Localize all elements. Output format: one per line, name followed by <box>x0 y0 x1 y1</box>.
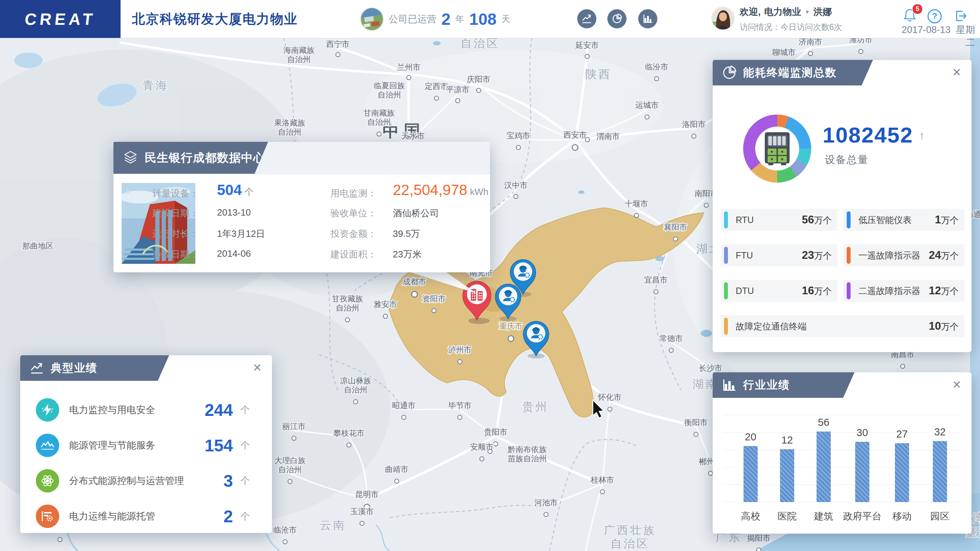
typical-performance-panel: 典型业绩 × 电力监控与用电安全 244 个 能源管理与节能服务 154 个 分… <box>20 355 272 533</box>
close-icon[interactable]: × <box>125 185 132 199</box>
logout-button[interactable] <box>954 9 967 24</box>
creat-logo[interactable]: CREAT <box>0 0 121 38</box>
city-dot <box>692 134 696 138</box>
typical-row[interactable]: 电力监控与用电安全 244 个 <box>20 392 272 428</box>
bar[interactable] <box>780 449 794 502</box>
city-label: 衡阳市 <box>684 418 708 427</box>
field-label: 用电监测： <box>331 187 377 200</box>
city-label: 渭南市 <box>597 132 620 141</box>
legend-row[interactable]: 一遥故障指示器 24万个 <box>843 244 964 266</box>
welcome-text: 欢迎, <box>740 6 760 18</box>
city-dot <box>432 309 436 313</box>
operating-days-unit: 天 <box>501 13 510 25</box>
province-label: 青海 <box>143 79 169 92</box>
page-title: 北京科锐研发大厦电力物业 <box>132 0 298 38</box>
field-value: 22,504,978 kWh <box>393 182 488 199</box>
city-label: 河池市 <box>534 498 558 507</box>
bar[interactable] <box>855 442 869 502</box>
city-label: 长沙市 <box>699 364 722 373</box>
energy-panel-title: 能耗终端监测总数 <box>743 65 837 80</box>
battery-cabinet-icon <box>764 132 791 166</box>
city-dot <box>288 479 292 484</box>
legend-label: 二遥故障指示器 <box>858 285 920 297</box>
bar-category-label: 园区 <box>915 510 965 522</box>
city-label: 宝鸡市 <box>507 131 530 140</box>
bar-value-label: 30 <box>846 427 878 439</box>
province-label: 广西壮族 <box>604 524 656 537</box>
bar-chart-button[interactable] <box>638 9 657 29</box>
typical-row[interactable]: 电力运维与能源托管 2 个 <box>20 498 272 534</box>
city-label: 揭阳市 <box>747 533 770 543</box>
typical-row[interactable]: 能源管理与节能服务 154 个 <box>20 428 272 463</box>
field-value: 酒仙桥公司 <box>393 207 439 220</box>
bar[interactable] <box>816 432 831 502</box>
legend-value: 56万个 <box>802 213 832 226</box>
pie-chart-button[interactable] <box>607 9 627 29</box>
city-dot <box>458 415 462 419</box>
close-icon[interactable]: × <box>253 360 261 374</box>
legend-row[interactable]: 二遥故障指示器 12万个 <box>843 280 964 302</box>
typical-row-unit: 个 <box>240 439 250 452</box>
legend-row[interactable]: FTU 23万个 <box>721 244 837 266</box>
city-label: 海南藏族 <box>283 46 315 54</box>
city-label: 甘南藏族 <box>363 108 395 117</box>
bar-value-label: 32 <box>924 426 956 438</box>
user-avatar[interactable] <box>711 7 735 30</box>
bar-value-label: 27 <box>886 428 918 440</box>
city-label: 自治州 <box>344 385 368 394</box>
field-label: 运行时长： <box>153 228 199 240</box>
operating-years-unit: 年 <box>456 13 465 25</box>
user-org: 电力物业 <box>764 6 801 18</box>
city-label: 黔南布依族 <box>508 445 547 454</box>
city-label: 自治州 <box>278 127 301 137</box>
user-welcome[interactable]: 欢迎, 电力物业 ▼ 洪娜 <box>740 6 842 18</box>
data-center-popup: 民生银行成都数据中心 × 计量设备：504 个用电监测：22,504,978 k… <box>113 142 490 272</box>
city-dot <box>654 290 658 294</box>
legend-color-bar <box>847 211 851 228</box>
legend-value: 10万个 <box>929 320 959 333</box>
typical-row-label: 能源管理与节能服务 <box>69 439 155 452</box>
help-button[interactable]: ? <box>928 9 942 23</box>
device-total-value: 1082452 <box>822 122 913 148</box>
close-icon[interactable]: × <box>953 65 961 79</box>
city-label: 自治州 <box>287 55 310 64</box>
grid-line <box>723 502 960 502</box>
city-dot <box>572 145 578 150</box>
chevron-down-icon[interactable]: ▼ <box>805 9 810 15</box>
notification-bell-button[interactable]: 5 <box>903 8 919 24</box>
city-label: 聊城市 <box>772 48 795 57</box>
legend-row[interactable]: 故障定位通信终端 10万个 <box>721 315 964 337</box>
city-label: 运城市 <box>635 101 659 110</box>
legend-row[interactable]: RTU 56万个 <box>721 209 837 231</box>
legend-label: 低压智能仪表 <box>858 214 912 226</box>
city-label: 汉中市 <box>504 181 528 190</box>
typical-row[interactable]: 分布式能源控制与运营管理 3 个 <box>20 463 272 498</box>
city-dot <box>407 75 411 80</box>
city-label: 西宁市 <box>326 40 350 49</box>
typical-row-value: 154 <box>205 436 233 455</box>
field-label: 建设面积： <box>331 248 377 261</box>
city-dot <box>600 490 605 494</box>
legend-row[interactable]: 低压智能仪表 1万个 <box>843 209 964 231</box>
city-dot <box>383 314 388 318</box>
field-label: 计量设备： <box>153 187 199 200</box>
city-dot <box>508 336 514 341</box>
typical-row-value: 3 <box>223 471 233 491</box>
bar[interactable] <box>933 441 947 502</box>
bar[interactable] <box>895 443 909 502</box>
city-label: 贵阳市 <box>484 428 508 436</box>
city-dot <box>395 479 399 483</box>
city-dot <box>353 400 358 404</box>
city-label: 自治州 <box>278 465 302 474</box>
up-arrow-icon: ↑ <box>919 129 925 143</box>
city-dot <box>585 54 589 59</box>
trend-chart-button[interactable] <box>577 9 597 29</box>
energy-terminal-panel: 能耗终端监测总数 × 1082452 ↑ 设备总量 RTU 56万个 低压智能仪… <box>713 60 972 352</box>
bar[interactable] <box>743 446 758 502</box>
city-label: 临沧市 <box>274 526 297 534</box>
legend-label: RTU <box>736 215 754 225</box>
province-label: 云南 <box>320 519 346 532</box>
field-value: 1年3月12日 <box>217 228 265 240</box>
legend-row[interactable]: DTU 16万个 <box>721 280 837 302</box>
city-label: 临汾市 <box>645 62 668 71</box>
